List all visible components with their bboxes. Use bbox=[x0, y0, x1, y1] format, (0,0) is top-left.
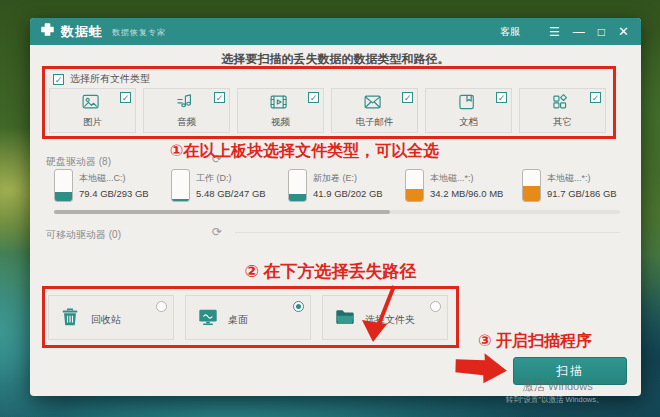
checkbox-icon: ✓ bbox=[53, 74, 64, 85]
tile-label: 其它 bbox=[520, 116, 605, 129]
drive-name: 本地磁...*:) bbox=[547, 172, 617, 185]
minimize-icon[interactable]: — bbox=[573, 26, 585, 38]
drive-capacity: 5.48 GB/247 GB bbox=[196, 188, 266, 199]
annotation-arrow-down bbox=[342, 284, 402, 346]
drive-capacity: 41.9 GB/202 GB bbox=[313, 188, 383, 199]
drive-icon bbox=[171, 169, 190, 202]
tile-images[interactable]: ✓ 图片 bbox=[49, 88, 136, 133]
select-all-label: 选择所有文件类型 bbox=[70, 72, 150, 86]
scrollbar-thumb[interactable] bbox=[54, 210, 390, 214]
file-type-tiles: ✓ 图片 ✓ 音频 ✓ 视频 ✓ bbox=[49, 88, 606, 133]
video-icon bbox=[268, 92, 288, 116]
drive-name: 新加卷 (E:) bbox=[313, 172, 383, 185]
annotation-step1: ①在以上板块选择文件类型，可以全选 bbox=[30, 141, 579, 162]
trash-icon bbox=[59, 306, 81, 332]
windows-activation-watermark-sub: 转到“设置”以激活 Windows。 bbox=[506, 395, 604, 405]
tile-audio[interactable]: ✓ 音频 bbox=[143, 88, 230, 133]
titlebar: 数据蛙 数据恢复专家 客服 ☰ — □ ✕ bbox=[30, 18, 641, 45]
drive-item-c[interactable]: 本地磁...C:) 79.4 GB/293 GB bbox=[54, 169, 171, 202]
email-icon bbox=[362, 92, 382, 116]
location-tile-desktop[interactable]: 桌面 bbox=[185, 295, 311, 340]
document-icon bbox=[456, 92, 476, 116]
tile-label: 文档 bbox=[426, 116, 511, 129]
maximize-icon[interactable]: □ bbox=[598, 26, 605, 38]
drive-item-4[interactable]: 本地磁...*:) 34.2 MB/96.0 MB bbox=[405, 169, 522, 202]
tile-label: 音频 bbox=[144, 116, 229, 129]
audio-icon bbox=[174, 92, 194, 116]
drive-capacity: 34.2 MB/96.0 MB bbox=[430, 188, 503, 199]
checkbox[interactable]: ✓ bbox=[590, 92, 601, 103]
close-icon[interactable]: ✕ bbox=[618, 25, 629, 38]
tile-email[interactable]: ✓ 电子邮件 bbox=[331, 88, 418, 133]
drive-icon bbox=[405, 169, 424, 202]
annotation-step2: ② 在下方选择丢失路径 bbox=[30, 260, 631, 283]
drive-name: 本地磁...C:) bbox=[79, 172, 149, 185]
location-label: 桌面 bbox=[228, 313, 248, 327]
tile-other[interactable]: ✓ 其它 bbox=[519, 88, 606, 133]
menu-icon[interactable]: ☰ bbox=[549, 26, 560, 38]
drive-item-e[interactable]: 新加卷 (E:) 41.9 GB/202 GB bbox=[288, 169, 405, 202]
drive-item-5[interactable]: 本地磁...*:) 91.7 GB/186 GB bbox=[522, 169, 639, 202]
tile-label: 图片 bbox=[50, 116, 135, 129]
drive-icon bbox=[288, 169, 307, 202]
refresh-icon[interactable]: ⟳ bbox=[212, 226, 222, 238]
drive-icon bbox=[522, 169, 541, 202]
shapes-icon bbox=[550, 92, 570, 116]
tile-video[interactable]: ✓ 视频 bbox=[237, 88, 324, 133]
page-title: 选择要扫描的丢失数据的数据类型和路径。 bbox=[30, 51, 641, 68]
drive-capacity: 79.4 GB/293 GB bbox=[79, 188, 149, 199]
app-window: 数据蛙 数据恢复专家 客服 ☰ — □ ✕ 选择要扫描的丢失数据的数据类型和路径… bbox=[30, 18, 641, 396]
support-button[interactable]: 客服 bbox=[500, 25, 520, 39]
select-all-checkbox[interactable]: ✓ 选择所有文件类型 bbox=[53, 72, 150, 86]
annotation-arrow-right bbox=[453, 352, 511, 386]
radio-button[interactable] bbox=[430, 301, 441, 312]
drives-list: 本地磁...C:) 79.4 GB/293 GB 工作 (D:) 5.48 GB… bbox=[54, 169, 639, 202]
drive-name: 本地磁...*:) bbox=[430, 172, 503, 185]
drives-scrollbar[interactable] bbox=[54, 210, 620, 214]
radio-button[interactable] bbox=[156, 301, 167, 312]
checkbox[interactable]: ✓ bbox=[120, 92, 131, 103]
drive-capacity: 91.7 GB/186 GB bbox=[547, 188, 617, 199]
desktop-background: 数据蛙 数据恢复专家 客服 ☰ — □ ✕ 选择要扫描的丢失数据的数据类型和路径… bbox=[0, 0, 660, 417]
section-divider bbox=[235, 232, 620, 233]
image-icon bbox=[80, 92, 100, 116]
checkbox[interactable]: ✓ bbox=[496, 92, 507, 103]
checkbox[interactable]: ✓ bbox=[214, 92, 225, 103]
app-brand-subtitle: 数据恢复专家 bbox=[112, 27, 166, 38]
drive-item-d[interactable]: 工作 (D:) 5.48 GB/247 GB bbox=[171, 169, 288, 202]
app-logo-cross-icon bbox=[40, 22, 55, 41]
radio-button[interactable] bbox=[293, 301, 304, 312]
tile-label: 电子邮件 bbox=[332, 116, 417, 129]
removable-section-header: 可移动驱动器 (0) bbox=[46, 228, 121, 242]
tile-documents[interactable]: ✓ 文档 bbox=[425, 88, 512, 133]
desktop-icon bbox=[196, 306, 220, 332]
location-tile-recycle-bin[interactable]: 回收站 bbox=[48, 295, 174, 340]
tile-label: 视频 bbox=[238, 116, 323, 129]
annotation-step3: ③ 开启扫描程序 bbox=[478, 331, 592, 352]
checkbox[interactable]: ✓ bbox=[402, 92, 413, 103]
drive-name: 工作 (D:) bbox=[196, 172, 266, 185]
windows-activation-watermark: 激活 Windows bbox=[523, 379, 593, 394]
checkbox[interactable]: ✓ bbox=[308, 92, 319, 103]
drive-icon bbox=[54, 169, 73, 202]
app-brand: 数据蛙 bbox=[61, 23, 103, 41]
location-label: 回收站 bbox=[91, 313, 121, 327]
